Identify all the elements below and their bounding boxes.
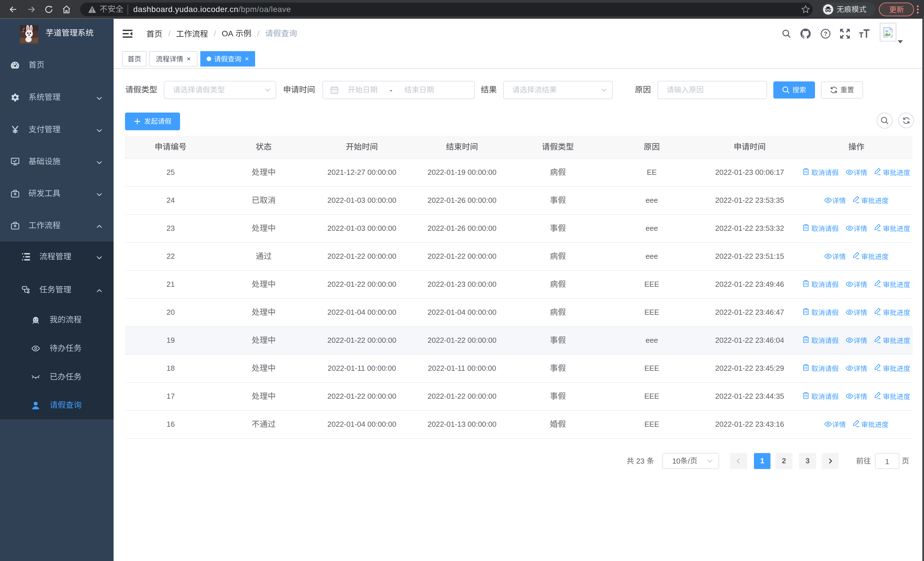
svg-text:?: ?	[824, 30, 827, 37]
